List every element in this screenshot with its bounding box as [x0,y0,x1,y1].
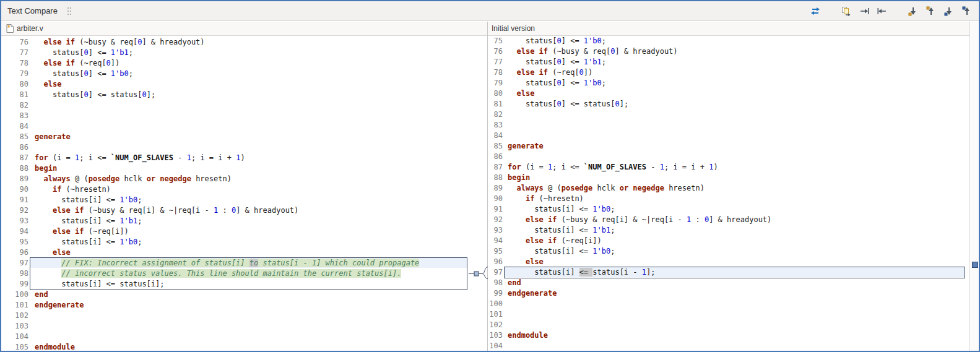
previous-change-button[interactable] [960,4,974,18]
code-text: else if (~busy & req[0] & hreadyout) [508,46,678,57]
code-line[interactable]: 82 [1,100,469,111]
line-number: 75 [488,36,508,46]
code-line[interactable]: 94 else if (~req[i]) [1,226,469,237]
code-line[interactable]: 89 always @ (posedge hclk or negedge hre… [1,174,469,184]
code-line[interactable]: 85generate [488,141,969,152]
line-number: 96 [488,257,508,267]
code-text: else if (~req[0]) [508,67,592,78]
code-line[interactable]: 78 else if (~req[0]) [488,67,969,78]
code-line[interactable]: 96 else [1,247,469,258]
code-line[interactable]: 103 [1,321,469,332]
code-line[interactable]: 91 status[i] <= 1'b0; [1,195,469,205]
code-line[interactable]: 93 status[i] <= 1'b1; [488,225,969,236]
change-marker[interactable] [972,262,978,268]
code-line[interactable]: 83 [488,120,969,131]
code-line[interactable]: 102 [1,311,469,321]
code-line[interactable]: 75 status[0] <= 1'b0; [488,36,969,46]
text-compare-window: Text Compare [0,0,980,352]
code-line[interactable]: 97 status[i] <= status[i - 1]; [488,267,969,278]
code-line[interactable]: 94 else if (~req[i]) [488,236,969,246]
code-line[interactable]: 100 [488,299,969,309]
code-text: else [35,247,71,258]
line-number: 79 [1,69,35,79]
code-line[interactable]: 81 status[0] <= status[0]; [488,99,969,109]
line-number: 98 [1,268,35,279]
code-line[interactable]: 80 else [1,79,469,90]
code-line[interactable]: 104 [1,332,469,342]
view-title: Text Compare [7,6,58,15]
code-line[interactable]: 101endgenerate [1,300,469,311]
code-line[interactable]: 90 if (~hresetn) [1,184,469,195]
code-line[interactable]: 76 else if (~busy & req[0] & hreadyout) [488,46,969,57]
code-text: else [508,88,534,99]
line-number: 91 [488,204,508,215]
right-editor-pane[interactable]: 75 status[0] <= 1'b0;76 else if (~busy &… [488,36,969,351]
code-line[interactable]: 84 [488,131,969,141]
next-difference-button[interactable] [906,4,920,18]
code-line[interactable]: 77 status[0] <= 1'b1; [1,48,469,58]
code-text: else if (~busy & req[0] & hreadyout) [35,37,205,48]
code-line[interactable]: 77 status[0] <= 1'b1; [488,57,969,67]
code-line[interactable]: 96 else [488,257,969,267]
code-line[interactable]: 87for (i = 1; i <= `NUM_OF_SLAVES - 1; i… [488,162,969,173]
code-line[interactable]: 92 else if (~busy & req[i] & ~|req[i - 1… [1,205,469,216]
left-code-area[interactable]: 76 else if (~busy & req[0] & hreadyout)7… [1,36,469,351]
code-line[interactable]: 80 else [488,88,969,99]
toolbar-drag-handle[interactable] [67,7,72,15]
code-line[interactable]: 98end [488,278,969,288]
diff-connector[interactable] [469,36,488,351]
swap-left-right-button[interactable] [809,4,822,18]
code-line[interactable]: 89 always @ (posedge hclk or negedge hre… [488,183,969,194]
pane-header-row: arbiter.v Initial version [1,22,979,36]
code-line[interactable]: 98 // incorrect status values. This line… [1,268,469,279]
code-line[interactable]: 92 else if (~busy & req[i] & ~|req[i - 1… [488,215,969,225]
code-line[interactable]: 76 else if (~busy & req[0] & hreadyout) [1,37,469,48]
left-editor-pane[interactable]: 76 else if (~busy & req[0] & hreadyout)7… [1,36,469,351]
code-line[interactable]: 95 status[i] <= 1'b0; [1,237,469,247]
code-line[interactable]: 79 status[0] <= 1'b0; [1,69,469,79]
code-line[interactable]: 99 status[i] <= status[i]; [1,279,469,290]
previous-difference-button[interactable] [924,4,938,18]
code-line[interactable]: 83 [1,111,469,121]
code-line[interactable]: 105endmodule [1,342,469,351]
code-line[interactable]: 88begin [488,173,969,183]
right-code-area[interactable]: 75 status[0] <= 1'b0;76 else if (~busy &… [488,36,969,351]
line-number: 93 [1,216,35,226]
copy-current-right-to-left-button[interactable] [875,4,889,18]
line-number: 78 [1,58,35,69]
code-text: status[i] <= 1'b0; [35,195,142,205]
code-line[interactable]: 85generate [1,132,469,142]
code-line[interactable]: 87for (i = 1; i <= `NUM_OF_SLAVES - 1; i… [1,153,469,163]
code-text: status[0] <= 1'b0; [508,36,606,46]
code-line[interactable]: 81 status[0] <= status[0]; [1,90,469,100]
code-line[interactable]: 79 status[0] <= 1'b0; [488,78,969,88]
code-line[interactable]: 97 // FIX: Incorrect assignment of statu… [1,258,469,268]
code-line[interactable]: 101 [488,309,969,320]
code-line[interactable]: 100end [1,290,469,300]
copy-current-left-to-right-button[interactable] [857,4,871,18]
code-line[interactable]: 102 [488,320,969,330]
code-text: status[i] <= status[i - 1]; [508,267,655,278]
line-number: 103 [1,321,35,332]
code-line[interactable]: 82 [488,109,969,120]
code-line[interactable]: 104 [488,341,969,351]
code-line[interactable]: 95 status[i] <= 1'b0; [488,246,969,257]
code-line[interactable]: 93 status[i] <= 1'b1; [1,216,469,226]
code-line[interactable]: 103endmodule [488,330,969,341]
line-number: 95 [488,246,508,257]
code-line[interactable]: 86 [488,152,969,162]
copy-all-left-to-right-button[interactable] [839,4,853,18]
code-text: endgenerate [508,288,557,299]
line-number: 77 [488,57,508,67]
code-line[interactable]: 90 if (~hresetn) [488,194,969,204]
code-line[interactable]: 88begin [1,163,469,174]
code-line[interactable]: 78 else if (~req[0]) [1,58,469,69]
copy-current-right-to-left-icon [877,6,887,16]
code-line[interactable]: 99endgenerate [488,288,969,299]
overview-ruler[interactable] [969,22,979,351]
next-change-button[interactable] [942,4,956,18]
code-line[interactable]: 84 [1,121,469,132]
code-line[interactable]: 91 status[i] <= 1'b0; [488,204,969,215]
code-line[interactable]: 86 [1,142,469,153]
line-number: 97 [488,267,508,278]
